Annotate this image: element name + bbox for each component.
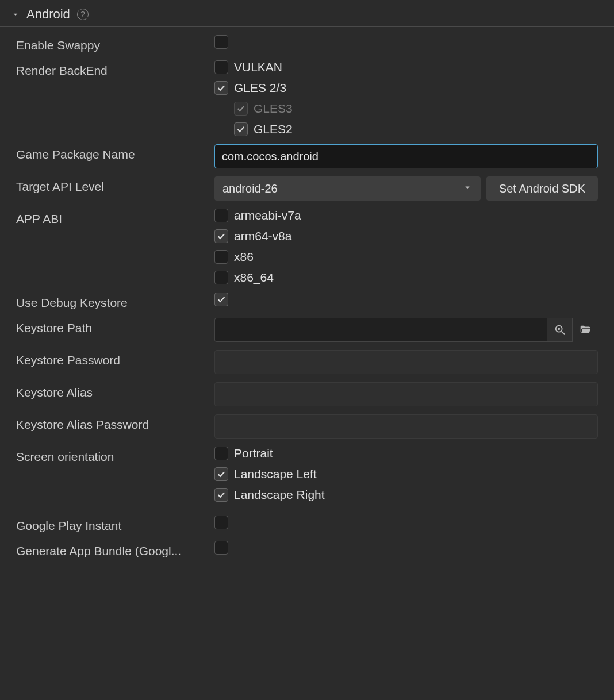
armeabi-v7a-label: armeabi-v7a <box>234 209 301 222</box>
keystore-path-label: Keystore Path <box>16 318 214 335</box>
svg-line-1 <box>561 332 565 335</box>
vulkan-checkbox[interactable] <box>214 60 228 74</box>
google-play-instant-checkbox[interactable] <box>214 516 228 529</box>
vulkan-label: VULKAN <box>234 60 282 74</box>
x86-checkbox[interactable] <box>214 250 228 264</box>
keystore-password-input[interactable] <box>214 350 598 374</box>
portrait-checkbox[interactable] <box>214 447 228 460</box>
use-debug-keystore-checkbox[interactable] <box>214 293 228 306</box>
target-api-level-select[interactable]: android-26 <box>214 176 481 201</box>
folder-open-icon <box>579 324 592 336</box>
keystore-path-input[interactable] <box>214 318 547 342</box>
game-package-name-label: Game Package Name <box>16 144 214 161</box>
x86-64-label: x86_64 <box>234 271 274 284</box>
enable-swappy-checkbox[interactable] <box>214 35 228 49</box>
screen-orientation-label: Screen orientation <box>16 447 214 464</box>
search-icon <box>554 324 566 336</box>
arm64-v8a-checkbox[interactable] <box>214 229 228 243</box>
landscape-left-checkbox[interactable] <box>214 467 228 481</box>
keystore-path-browse-button[interactable] <box>573 318 598 342</box>
gles2-label: GLES2 <box>254 122 293 136</box>
keystore-password-label: Keystore Password <box>16 350 214 367</box>
enable-swappy-label: Enable Swappy <box>16 35 214 52</box>
target-api-level-label: Target API Level <box>16 176 214 194</box>
portrait-label: Portrait <box>234 447 273 460</box>
keystore-alias-password-input[interactable] <box>214 414 598 439</box>
set-android-sdk-button[interactable]: Set Android SDK <box>486 176 598 201</box>
generate-app-bundle-label: Generate App Bundle (Googl... <box>16 541 214 558</box>
keystore-path-search-button[interactable] <box>547 318 573 342</box>
chevron-down-icon <box>462 182 473 195</box>
gles2-checkbox[interactable] <box>234 122 248 136</box>
x86-label: x86 <box>234 250 254 264</box>
target-api-level-value: android-26 <box>222 182 278 195</box>
game-package-name-input[interactable] <box>214 144 598 168</box>
chevron-down-icon <box>10 9 21 20</box>
landscape-right-checkbox[interactable] <box>214 488 228 502</box>
landscape-right-label: Landscape Right <box>234 488 325 502</box>
landscape-left-label: Landscape Left <box>234 467 317 481</box>
google-play-instant-label: Google Play Instant <box>16 516 214 533</box>
armeabi-v7a-checkbox[interactable] <box>214 209 228 222</box>
gles3-label: GLES3 <box>254 102 293 116</box>
svg-point-2 <box>558 328 560 330</box>
keystore-alias-input[interactable] <box>214 382 598 406</box>
section-header[interactable]: Android ? <box>0 0 614 27</box>
help-icon[interactable]: ? <box>77 9 89 20</box>
android-form: Enable Swappy Render BackEnd VULKAN GLES… <box>0 35 614 558</box>
gles23-label: GLES 2/3 <box>234 81 286 95</box>
arm64-v8a-label: arm64-v8a <box>234 229 291 243</box>
use-debug-keystore-label: Use Debug Keystore <box>16 293 214 310</box>
render-backend-label: Render BackEnd <box>16 60 214 78</box>
x86-64-checkbox[interactable] <box>214 271 228 284</box>
keystore-alias-label: Keystore Alias <box>16 382 214 399</box>
app-abi-label: APP ABI <box>16 209 214 226</box>
gles23-checkbox[interactable] <box>214 81 228 95</box>
gles3-checkbox <box>234 102 248 116</box>
section-title: Android <box>26 7 70 22</box>
generate-app-bundle-checkbox[interactable] <box>214 541 228 555</box>
keystore-alias-password-label: Keystore Alias Password <box>16 414 214 432</box>
